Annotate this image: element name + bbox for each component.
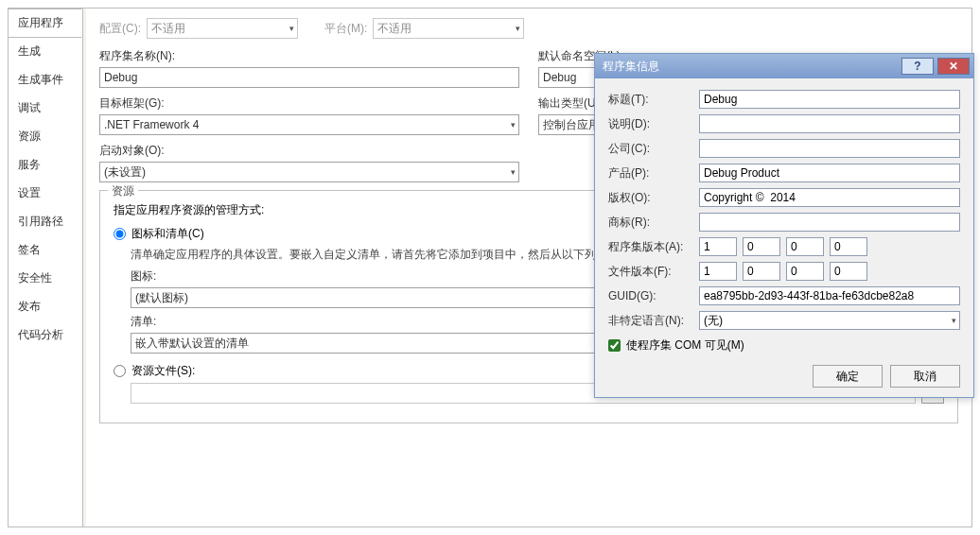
tab-resources[interactable]: 资源 xyxy=(9,123,82,151)
dlg-lang-select[interactable] xyxy=(699,311,960,330)
dlg-trademark-label: 商标(R): xyxy=(608,215,699,231)
tab-application[interactable]: 应用程序 xyxy=(9,9,82,38)
dlg-guid-label: GUID(G): xyxy=(608,289,699,302)
dlg-title-label: 标题(T): xyxy=(608,92,699,108)
tab-settings[interactable]: 设置 xyxy=(9,180,82,208)
platform-select xyxy=(373,18,524,39)
tab-services[interactable]: 服务 xyxy=(9,151,82,180)
close-button[interactable]: ✕ xyxy=(937,58,970,75)
cancel-button[interactable]: 取消 xyxy=(890,365,960,388)
radio-icon-manifest-label: 图标和清单(C) xyxy=(131,226,204,242)
dlg-desc-label: 说明(D): xyxy=(608,116,699,132)
filever-2[interactable] xyxy=(786,262,824,281)
asmver-3[interactable] xyxy=(830,237,867,256)
dlg-company-input[interactable] xyxy=(699,139,960,158)
dlg-copyright-label: 版权(O): xyxy=(608,190,699,206)
dlg-filever-label: 文件版本(F): xyxy=(608,264,699,280)
tab-debug[interactable]: 调试 xyxy=(9,95,82,123)
dlg-desc-input[interactable] xyxy=(699,114,960,133)
asmver-2[interactable] xyxy=(786,237,824,256)
dlg-product-input[interactable] xyxy=(699,164,960,182)
dialog-title: 程序集信息 xyxy=(603,59,901,75)
assembly-name-input[interactable] xyxy=(99,67,519,88)
startup-object-select[interactable] xyxy=(99,162,519,182)
property-tabs: 应用程序 生成 生成事件 调试 资源 服务 设置 引用路径 签名 安全性 发布 … xyxy=(9,9,82,526)
tab-build-events[interactable]: 生成事件 xyxy=(9,66,82,95)
dlg-lang-label: 非特定语言(N): xyxy=(608,313,699,329)
radio-resource-file-label: 资源文件(S): xyxy=(131,363,195,379)
dialog-titlebar[interactable]: 程序集信息 ? ✕ xyxy=(595,54,973,78)
filever-3[interactable] xyxy=(830,262,867,281)
tab-build[interactable]: 生成 xyxy=(9,38,82,66)
target-framework-label: 目标框架(G): xyxy=(99,95,519,112)
tab-publish[interactable]: 发布 xyxy=(9,293,82,321)
config-select xyxy=(147,18,298,39)
dlg-title-input[interactable] xyxy=(699,90,960,109)
dlg-product-label: 产品(P): xyxy=(608,165,699,181)
resources-group-title: 资源 xyxy=(108,183,138,199)
ok-button[interactable]: 确定 xyxy=(813,365,883,388)
startup-object-label: 启动对象(O): xyxy=(99,143,519,159)
assembly-name-label: 程序集名称(N): xyxy=(99,48,519,64)
dlg-guid-input[interactable] xyxy=(699,286,960,305)
tab-code-analysis[interactable]: 代码分析 xyxy=(9,321,82,350)
target-framework-select[interactable] xyxy=(99,114,519,135)
asmver-1[interactable] xyxy=(743,237,780,256)
dlg-copyright-input[interactable] xyxy=(699,188,960,207)
config-label: 配置(C): xyxy=(99,21,141,37)
dlg-asmver-label: 程序集版本(A): xyxy=(608,239,699,255)
com-visible-label: 使程序集 COM 可见(M) xyxy=(626,337,744,354)
dlg-company-label: 公司(C): xyxy=(608,141,699,157)
tab-reference-paths[interactable]: 引用路径 xyxy=(9,208,82,236)
com-visible-checkbox[interactable] xyxy=(608,339,621,352)
radio-icon-manifest[interactable] xyxy=(114,228,126,240)
filever-1[interactable] xyxy=(743,262,780,281)
dlg-trademark-input[interactable] xyxy=(699,213,960,232)
filever-0[interactable] xyxy=(699,262,737,281)
radio-resource-file[interactable] xyxy=(114,365,126,377)
help-button[interactable]: ? xyxy=(901,58,934,75)
assembly-info-dialog: 程序集信息 ? ✕ 标题(T): 说明(D): 公司(C): 产品(P): 版权… xyxy=(594,53,974,398)
tab-signing[interactable]: 签名 xyxy=(9,236,82,265)
platform-label: 平台(M): xyxy=(324,21,367,37)
asmver-0[interactable] xyxy=(699,237,737,256)
tab-security[interactable]: 安全性 xyxy=(9,265,82,293)
